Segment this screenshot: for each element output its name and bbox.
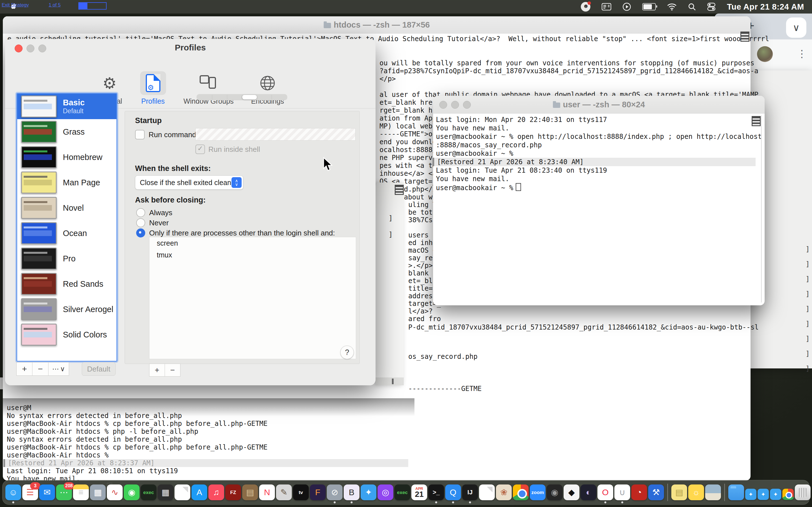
minimized-safari-1[interactable]: ✦ (745, 489, 756, 500)
reminders[interactable]: ☰ 3 (22, 485, 38, 500)
filezilla[interactable]: FZ (225, 485, 241, 500)
Homebrew[interactable]: Homebrew (17, 145, 116, 170)
wifi-icon[interactable] (667, 3, 677, 10)
minimized-chrome[interactable] (782, 489, 794, 500)
inkscape[interactable]: ◆ (564, 485, 579, 500)
apple-tv[interactable]: tv (293, 485, 309, 500)
remove-profile-button[interactable]: − (32, 362, 48, 376)
tab-search-chevron-button[interactable]: ∨ (786, 17, 806, 38)
quicktime[interactable]: Q (445, 485, 461, 500)
opera[interactable]: O (598, 485, 613, 500)
trash[interactable] (795, 485, 811, 500)
news[interactable]: N (259, 485, 275, 500)
add-process-button[interactable]: + (149, 363, 165, 377)
Silver Aerogel[interactable]: Silver Aerogel (17, 297, 116, 322)
safari[interactable]: ✦ (361, 485, 376, 500)
user-terminal-content[interactable]: Last login: Mon Apr 20 22:40:31 on ttys1… (436, 115, 761, 303)
process-list[interactable]: screentmux (149, 237, 356, 359)
control-center-icon[interactable] (707, 3, 716, 11)
textedit[interactable] (479, 485, 495, 500)
paint-app[interactable]: ❀ (496, 485, 512, 500)
hammer-app[interactable]: ⚒ (648, 485, 664, 500)
notes[interactable]: ≡ (73, 485, 89, 500)
terminal[interactable]: >_ (428, 485, 444, 500)
remove-process-button[interactable]: − (165, 363, 181, 377)
add-profile-button[interactable]: + (16, 362, 33, 376)
process-list-item[interactable]: screen (149, 237, 356, 249)
play-status-icon[interactable] (622, 3, 631, 11)
profile-tab[interactable] (242, 95, 257, 100)
Ocean[interactable]: Ocean (17, 221, 116, 246)
zoom[interactable]: zoom (530, 485, 546, 500)
Pro[interactable]: Pro (17, 246, 116, 271)
podcasts[interactable]: ◎ (377, 485, 393, 500)
facetime[interactable]: ◉ (124, 485, 140, 500)
firefox[interactable]: F (310, 485, 326, 500)
bulb-app[interactable]: ☼ (688, 485, 704, 500)
user-terminal-title-bar[interactable]: user — -zsh — 80×24 (433, 96, 765, 114)
app-store[interactable]: A (192, 485, 207, 500)
set-default-button[interactable]: Default (82, 362, 116, 376)
mail[interactable]: ✉ (39, 485, 55, 500)
profile-tab[interactable] (227, 95, 242, 100)
htdocs-title-bar[interactable]: htdocs — -zsh — 187×56 (3, 16, 751, 34)
Red Sands[interactable]: Red Sands (17, 271, 116, 297)
gauge-app[interactable]: ◔ (631, 485, 647, 500)
music[interactable]: ♫ (208, 485, 224, 500)
Man Page[interactable]: Man Page (17, 170, 116, 195)
calculator[interactable]: ▦ (158, 485, 173, 500)
profile-actions-button[interactable]: ⋯∨ (48, 362, 69, 376)
battery-icon[interactable] (642, 3, 656, 10)
run-command-checkbox[interactable] (135, 130, 145, 139)
downloads-folder[interactable] (728, 485, 744, 500)
close-button[interactable] (439, 101, 447, 109)
chrome[interactable] (513, 485, 529, 500)
calendar[interactable]: APR 21 (411, 485, 427, 500)
profile-tab[interactable] (272, 95, 287, 100)
photo-preview[interactable] (705, 485, 721, 500)
minimized-safari-2[interactable]: ✦ (758, 489, 769, 500)
user-terminal-window[interactable]: user — -zsh — 80×24 Last login: Mon Apr … (433, 96, 765, 305)
exec-file-2[interactable]: exec (395, 485, 410, 500)
minimize-button[interactable] (451, 101, 459, 109)
b-app[interactable]: B (344, 485, 359, 500)
profile-avatar[interactable] (757, 46, 773, 62)
cat-app[interactable]: ◐ (580, 485, 596, 500)
run-command-field[interactable] (195, 128, 356, 140)
menu-clock[interactable]: Tue Apr 21 8:24 AM (727, 2, 804, 11)
launchpad[interactable]: ▦ (90, 485, 106, 500)
stickies[interactable]: ▤ (671, 485, 687, 500)
process-list-item[interactable]: tmux (149, 249, 356, 261)
blocked-app[interactable]: ⊘ (327, 485, 343, 500)
run-inside-shell-checkbox[interactable] (195, 145, 205, 154)
Novel[interactable]: Novel (17, 195, 116, 221)
always-radio[interactable] (136, 208, 145, 217)
finder[interactable]: ☺ (5, 485, 21, 500)
intellij[interactable]: IJ (462, 485, 478, 500)
Basic[interactable]: Basic Default (17, 94, 116, 119)
dock-separator[interactable] (667, 484, 668, 501)
profile-tab[interactable] (212, 95, 227, 100)
app-status-icon[interactable] (581, 2, 591, 11)
Grass[interactable]: Grass (17, 119, 116, 145)
document[interactable] (174, 485, 190, 500)
exec-file[interactable]: exec (141, 485, 156, 500)
Solid Colors[interactable]: Solid Colors (17, 322, 116, 347)
only-if-processes-radio[interactable] (136, 228, 145, 237)
profile-tab[interactable] (197, 95, 212, 100)
terminal-preferences-window[interactable]: Profiles ⚙ General Profiles Window Group… (5, 39, 375, 385)
scrollbar[interactable] (761, 115, 762, 302)
browser-menu-icon[interactable]: ⋮ (797, 48, 807, 60)
help-button[interactable]: ? (340, 346, 354, 359)
dock-separator[interactable] (724, 484, 725, 501)
profile-tab[interactable] (257, 95, 272, 100)
shell-exits-popup[interactable]: Close if the shell exited cleanly ∧∨ (135, 175, 243, 189)
never-radio[interactable] (136, 218, 145, 227)
spotlight-search-icon[interactable] (688, 3, 696, 11)
contacts-book[interactable]: ▤ (242, 485, 258, 500)
gimp[interactable]: ✎ (276, 485, 292, 500)
toothfairy[interactable]: ∪ (614, 485, 630, 500)
messages[interactable]: ⋯ 208 (56, 485, 72, 500)
minimized-safari-3[interactable]: ✦ (770, 489, 781, 500)
zoom-button[interactable] (463, 101, 471, 109)
